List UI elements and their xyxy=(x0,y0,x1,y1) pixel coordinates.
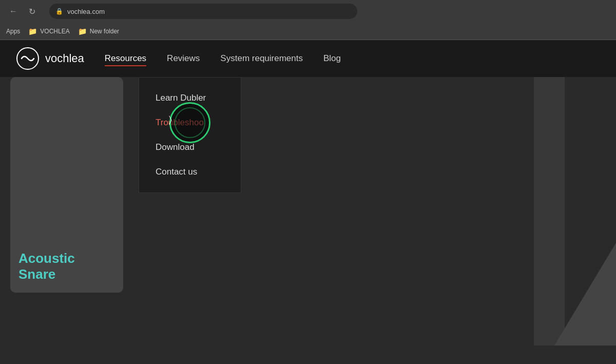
logo-text: vochlea xyxy=(45,52,84,65)
resources-dropdown: Learn Dubler Troubleshoo 〉 Download Cont… xyxy=(139,77,241,193)
browser-toolbar: ← ↻ 🔒 vochlea.com xyxy=(0,0,616,23)
new-folder-label: New folder xyxy=(90,28,119,35)
back-button[interactable]: ← xyxy=(6,4,21,18)
dropdown-download[interactable]: Download xyxy=(139,135,241,160)
nav-links: Resources Reviews System requirements Bl… xyxy=(105,53,341,64)
navbar: vochlea Resources Reviews System require… xyxy=(0,40,616,77)
address-bar[interactable]: 🔒 vochlea.com xyxy=(49,4,357,19)
apps-label: Apps xyxy=(6,28,20,35)
bg-card-left: Acoustic Snare xyxy=(10,77,123,293)
website-content: Acoustic Snare vochlea Resources Reviews xyxy=(0,40,616,346)
refresh-button[interactable]: ↻ xyxy=(25,4,39,18)
bg-text-line1: Acoustic xyxy=(18,251,75,266)
vochlea-label: VOCHLEA xyxy=(40,28,69,35)
dropdown-contact-us[interactable]: Contact us xyxy=(139,160,241,184)
logo[interactable]: vochlea xyxy=(16,47,84,70)
bookmark-apps[interactable]: Apps xyxy=(6,28,20,35)
folder-icon-vochlea: 📁 xyxy=(28,27,37,35)
troubleshoot-label: Troubleshoo xyxy=(156,118,204,127)
bookmark-vochlea[interactable]: 📁 VOCHLEA xyxy=(28,27,69,35)
logo-icon xyxy=(16,47,39,70)
nav-resources[interactable]: Resources xyxy=(105,53,146,66)
bookmark-new-folder[interactable]: 📁 New folder xyxy=(78,27,119,35)
website-background: Acoustic Snare xyxy=(0,40,616,346)
nav-blog[interactable]: Blog xyxy=(323,53,341,65)
dropdown-troubleshoot[interactable]: Troubleshoo 〉 xyxy=(139,110,241,135)
bookmarks-bar: Apps 📁 VOCHLEA 📁 New folder xyxy=(0,23,616,40)
nav-reviews[interactable]: Reviews xyxy=(167,53,200,65)
bg-triangle xyxy=(554,243,616,346)
bg-text-line2: Snare xyxy=(18,266,75,282)
folder-icon-new: 📁 xyxy=(78,27,87,35)
nav-system-requirements[interactable]: System requirements xyxy=(220,53,303,65)
url-text: vochlea.com xyxy=(67,8,105,15)
lock-icon: 🔒 xyxy=(55,8,63,15)
dropdown-learn-dubler[interactable]: Learn Dubler xyxy=(139,86,241,110)
